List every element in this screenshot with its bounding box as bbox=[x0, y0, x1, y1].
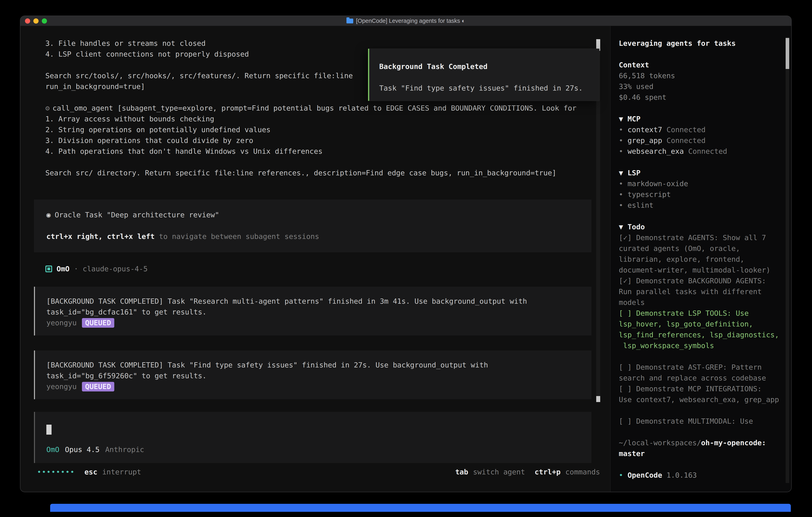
todo-line: [ ] Demonstrate AST-GREP: Pattern bbox=[619, 362, 791, 373]
commands-label: commands bbox=[566, 467, 600, 478]
background-task-notification: Background Task Completed Task "Find typ… bbox=[368, 49, 600, 101]
input-agent-name: OmO bbox=[46, 444, 59, 455]
todo-item-pending: [ ] Demonstrate AST-GREP: Pattern search… bbox=[619, 362, 791, 383]
workspace-path: ~/local-workspaces/oh-my-opencode: bbox=[619, 437, 791, 448]
lsp-item: •markdown-oxide bbox=[619, 178, 791, 189]
workspace-name: oh-my-opencode: bbox=[701, 439, 766, 447]
sidebar-scrollbar-thumb[interactable] bbox=[786, 38, 789, 69]
window-body: 3. File handles or streams not closed 4.… bbox=[20, 26, 791, 492]
close-button[interactable] bbox=[25, 19, 30, 24]
minimize-button[interactable] bbox=[33, 19, 38, 24]
text-cursor bbox=[46, 425, 52, 435]
context-spent: $0.46 spent bbox=[619, 92, 791, 103]
oracle-task-title: Oracle Task "Deep architecture review" bbox=[55, 211, 220, 219]
session-title: Leveraging agents for tasks bbox=[619, 38, 791, 49]
bullet-icon: • bbox=[619, 190, 623, 198]
todo-item-active: [ ] Demonstrate LSP TOOLS: Use lsp_hover… bbox=[619, 308, 791, 351]
todo-line: [✓] Demonstrate BACKGROUND AGENTS: bbox=[619, 275, 791, 286]
lsp-item: •typescript bbox=[619, 189, 791, 200]
prompt-input[interactable]: OmO Opus 4.5 Anthropic bbox=[34, 412, 591, 463]
tool-call-text: call_omo_agent [subagent_type=explore, p… bbox=[53, 104, 577, 112]
mcp-item-status: Connected bbox=[667, 126, 705, 134]
lsp-section-header[interactable]: ▼LSP bbox=[619, 167, 791, 178]
main-scrollbar-thumb-bottom[interactable] bbox=[596, 396, 600, 402]
folder-icon bbox=[346, 19, 353, 23]
message-block: [BACKGROUND TASK COMPLETED] Task "Resear… bbox=[34, 287, 591, 335]
esc-key-hint: esc bbox=[84, 467, 97, 478]
todo-line: [ ] Demonstrate LSP TOOLS: Use bbox=[619, 308, 791, 319]
log-line: 3. File handles or streams not closed bbox=[20, 38, 610, 49]
window-title-text: [OpenCode] Leveraging agents for tasks ◐ bbox=[356, 18, 465, 24]
switch-agent-label: switch agent bbox=[473, 467, 525, 478]
todo-line: [ ] Demonstrate MCP INTEGRATIONS: bbox=[619, 383, 791, 394]
terminal-main: 3. File handles or streams not closed 4.… bbox=[20, 26, 610, 492]
input-provider: Anthropic bbox=[105, 444, 144, 455]
record-icon: ◉ bbox=[46, 211, 51, 219]
chevron-down-icon: ▼ bbox=[619, 115, 623, 123]
mcp-item: •websearch_exaConnected bbox=[619, 146, 791, 157]
mcp-section-header[interactable]: ▼MCP bbox=[619, 113, 791, 124]
bullet-icon: • bbox=[619, 180, 623, 188]
message-author: yeongyu bbox=[46, 381, 77, 392]
todo-item-pending: [ ] Demonstrate MCP INTEGRATIONS: Use co… bbox=[619, 383, 791, 405]
prompt-cursor-line bbox=[46, 424, 591, 435]
todo-section-header[interactable]: ▼Todo bbox=[619, 221, 791, 232]
agent-separator: · bbox=[74, 264, 78, 274]
titlebar: [OpenCode] Leveraging agents for tasks ◐ bbox=[20, 16, 791, 26]
traffic-lights bbox=[25, 19, 47, 24]
lsp-heading: LSP bbox=[628, 169, 641, 177]
opencode-version-line: •OpenCode 1.0.163 bbox=[619, 470, 791, 481]
message-author: yeongyu bbox=[46, 318, 77, 328]
todo-line: lsp_hover, lsp_goto_definition, bbox=[619, 319, 791, 329]
tab-key-hint: tab bbox=[455, 467, 468, 478]
bullet-icon: • bbox=[619, 136, 623, 144]
todo-line: Use context7, websearch_exa, grep_app bbox=[619, 394, 791, 405]
todo-line: [ ] Demonstrate MULTIMODAL: Use bbox=[619, 416, 791, 427]
context-heading: Context bbox=[619, 60, 791, 71]
opencode-name: OpenCode bbox=[628, 471, 662, 479]
zoom-button[interactable] bbox=[42, 19, 47, 24]
todo-line: librarian, explore, frontend, bbox=[619, 254, 791, 265]
agent-name: OmO bbox=[57, 264, 69, 274]
todo-heading: Todo bbox=[628, 223, 645, 231]
mcp-heading: MCP bbox=[628, 115, 641, 123]
todo-line: lsp_workspace_symbols bbox=[619, 340, 791, 351]
context-used: 33% used bbox=[619, 81, 791, 92]
opencode-version-number: 1.0.163 bbox=[667, 471, 697, 479]
queued-badge: QUEUED bbox=[82, 382, 114, 391]
chevron-down-icon: ▼ bbox=[619, 169, 623, 177]
sidebar: Leveraging agents for tasks Context 66,5… bbox=[610, 26, 791, 492]
sidebar-scrollbar[interactable] bbox=[786, 37, 789, 483]
log-line: Search src/ directory. Return specific f… bbox=[20, 167, 610, 178]
mcp-item-status: Connected bbox=[667, 136, 705, 144]
agent-icon bbox=[46, 266, 52, 272]
opencode-window: [OpenCode] Leveraging agents for tasks ◐… bbox=[20, 16, 792, 492]
lsp-item: •eslint bbox=[619, 200, 791, 211]
bullet-icon: • bbox=[619, 201, 623, 209]
todo-line: Run parallel tasks with different bbox=[619, 286, 791, 297]
bullet-icon: • bbox=[619, 126, 623, 134]
gear-icon: ⚙ bbox=[46, 104, 50, 112]
bullet-icon: • bbox=[619, 471, 623, 479]
message-text: task_id="bg_6f59260c" to get results. bbox=[46, 371, 591, 381]
agent-header: OmO · claude-opus-4-5 bbox=[20, 264, 610, 274]
todo-line: curated agents (OmO, oracle, bbox=[619, 243, 791, 254]
mcp-item: •grep_appConnected bbox=[619, 135, 791, 146]
input-model: Opus 4.5 bbox=[65, 444, 99, 455]
mcp-item-name: context7 bbox=[628, 126, 662, 134]
status-bar: •••••••• esc interrupt tab switch agent … bbox=[20, 467, 610, 478]
message-meta: yeongyu QUEUED bbox=[46, 318, 591, 328]
mcp-item-name: grep_app bbox=[628, 136, 662, 144]
todo-line: models bbox=[619, 297, 791, 308]
subagent-nav-hint: ctrl+x right, ctrl+x left to navigate be… bbox=[46, 231, 591, 242]
bullet-icon: • bbox=[619, 147, 623, 155]
tool-call-line: ⚙call_omo_agent [subagent_type=explore, … bbox=[20, 103, 610, 113]
model-info-line: OmO Opus 4.5 Anthropic bbox=[46, 444, 591, 455]
message-block: [BACKGROUND TASK COMPLETED] Task "Find t… bbox=[34, 351, 591, 399]
window-title: [OpenCode] Leveraging agents for tasks ◐ bbox=[346, 18, 465, 24]
nav-hint-text: to navigate between subagent sessions bbox=[155, 232, 319, 241]
message-text: [BACKGROUND TASK COMPLETED] Task "Find t… bbox=[46, 360, 591, 371]
oracle-task-panel: ◉Oracle Task "Deep architecture review" … bbox=[34, 199, 591, 252]
todo-item-pending: [ ] Demonstrate MULTIMODAL: Use bbox=[619, 416, 791, 427]
ctrlp-key-hint: ctrl+p bbox=[535, 467, 561, 478]
